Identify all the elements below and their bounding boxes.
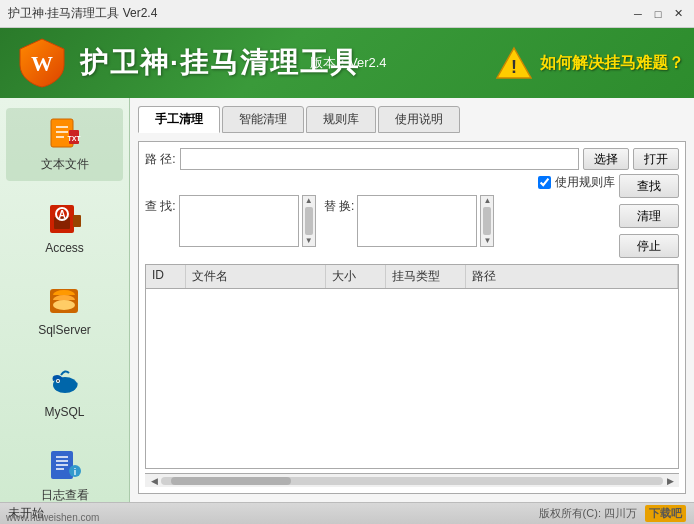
path-label: 路 径: xyxy=(145,151,176,168)
shield-icon: W xyxy=(16,37,68,89)
minimize-button[interactable]: ─ xyxy=(630,6,646,22)
h-scrollbar-thumb[interactable] xyxy=(171,477,291,485)
search-label: 查 找: xyxy=(145,198,176,215)
tab-help[interactable]: 使用说明 xyxy=(378,106,460,133)
status-right: 版权所有(C): 四川万 下载吧 xyxy=(539,505,686,522)
mysql-icon xyxy=(47,365,83,401)
tab-smart[interactable]: 智能清理 xyxy=(222,106,304,133)
svg-text:i: i xyxy=(73,467,76,477)
stop-button[interactable]: 停止 xyxy=(619,234,679,258)
table-col-type: 挂马类型 xyxy=(386,265,466,288)
h-scroll-right[interactable]: ▶ xyxy=(663,476,677,486)
close-button[interactable]: ✕ xyxy=(670,6,686,22)
download-logo: 下载吧 xyxy=(645,505,686,522)
tab-manual[interactable]: 手工清理 xyxy=(138,106,220,133)
sidebar-item-label-mysql: MySQL xyxy=(44,405,84,419)
svg-text:!: ! xyxy=(511,57,517,77)
replace-textarea[interactable] xyxy=(357,195,477,247)
textarea-section: 查 找: ▲ ▼ 替 换: ▲ xyxy=(145,195,615,249)
version-label: 版本： xyxy=(310,55,349,70)
clean-button[interactable]: 清理 xyxy=(619,204,679,228)
search-scroll-up: ▲ xyxy=(305,197,313,205)
sidebar-item-label-sqlserver: SqlServer xyxy=(38,323,91,337)
header-right-area[interactable]: ! 如何解决挂马难题？ xyxy=(496,45,684,81)
table-header: ID 文件名 大小 挂马类型 路径 xyxy=(146,265,678,289)
replace-vscroll[interactable]: ▲ ▼ xyxy=(480,195,494,247)
table-col-filename: 文件名 xyxy=(186,265,326,288)
header-logo-area: W 护卫神·挂马清理工具 xyxy=(16,37,360,89)
sidebar-item-sqlserver[interactable]: SqlServer xyxy=(6,275,123,345)
path-section: 路 径: 选择 打开 xyxy=(145,148,679,170)
svg-text:A: A xyxy=(58,209,65,220)
use-rules-label: 使用规则库 xyxy=(555,174,615,191)
use-rules-checkbox[interactable] xyxy=(538,176,551,189)
h-scrollbar[interactable]: ◀ ▶ xyxy=(145,473,679,487)
tab-rules[interactable]: 规则库 xyxy=(306,106,376,133)
main-layout: TXT 文本文件 A Access xyxy=(0,98,694,502)
search-scroll-down: ▼ xyxy=(305,237,313,245)
header-banner: W 护卫神·挂马清理工具 版本：Ver2.4 ! 如何解决挂马难题？ xyxy=(0,28,694,98)
warning-icon: ! xyxy=(496,45,532,81)
sidebar: TXT 文本文件 A Access xyxy=(0,98,130,502)
file-table: ID 文件名 大小 挂马类型 路径 xyxy=(145,264,679,469)
path-input[interactable] xyxy=(180,148,579,170)
svg-text:W: W xyxy=(31,51,53,76)
window-controls: ─ □ ✕ xyxy=(630,6,686,22)
search-group: 查 找: ▲ ▼ xyxy=(145,195,316,249)
sidebar-item-mysql[interactable]: MySQL xyxy=(6,357,123,427)
table-col-id: ID xyxy=(146,265,186,288)
access-icon: A xyxy=(47,201,83,237)
content-panel: 路 径: 选择 打开 使用规则库 查 找: xyxy=(138,141,686,494)
search-replace-section: 使用规则库 查 找: ▲ ▼ xyxy=(145,174,679,260)
sidebar-item-log[interactable]: i 日志查看 xyxy=(6,439,123,512)
title-bar: 护卫神·挂马清理工具 Ver2.4 ─ □ ✕ xyxy=(0,0,694,28)
content-area: 手工清理 智能清理 规则库 使用说明 路 径: 选择 打开 使用规则库 xyxy=(130,98,694,502)
website-left: www.huweishen.com xyxy=(6,512,99,523)
text-file-icon: TXT xyxy=(47,116,83,152)
copyright-text: 版权所有(C): 四川万 xyxy=(539,506,637,521)
log-icon: i xyxy=(47,447,83,483)
sidebar-item-label-text-file: 文本文件 xyxy=(41,156,89,173)
sqlserver-icon xyxy=(47,283,83,319)
replace-scroll-thumb xyxy=(483,207,491,235)
table-col-path: 路径 xyxy=(466,265,678,288)
search-replace-fields: 使用规则库 查 找: ▲ ▼ xyxy=(145,174,615,260)
action-buttons: 查找 清理 停止 xyxy=(619,174,679,260)
search-vscroll[interactable]: ▲ ▼ xyxy=(302,195,316,247)
maximize-button[interactable]: □ xyxy=(650,6,666,22)
sidebar-item-text-file[interactable]: TXT 文本文件 xyxy=(6,108,123,181)
sidebar-item-label-access: Access xyxy=(45,241,84,255)
svg-point-23 xyxy=(57,380,59,382)
svg-text:TXT: TXT xyxy=(67,135,81,142)
replace-scroll-up: ▲ xyxy=(483,197,491,205)
replace-group: 替 换: ▲ ▼ xyxy=(324,195,495,249)
open-button[interactable]: 打开 xyxy=(633,148,679,170)
find-button[interactable]: 查找 xyxy=(619,174,679,198)
h-scrollbar-track[interactable] xyxy=(161,477,663,485)
table-col-size: 大小 xyxy=(326,265,386,288)
window-title: 护卫神·挂马清理工具 Ver2.4 xyxy=(8,5,157,22)
checkbox-row: 使用规则库 xyxy=(145,174,615,191)
replace-label: 替 换: xyxy=(324,198,355,215)
version-value: Ver2.4 xyxy=(349,55,387,70)
search-scroll-thumb xyxy=(305,207,313,235)
search-textarea[interactable] xyxy=(179,195,299,247)
sidebar-item-access[interactable]: A Access xyxy=(6,193,123,263)
table-body xyxy=(146,289,678,468)
svg-rect-14 xyxy=(73,215,81,227)
tabs-row: 手工清理 智能清理 规则库 使用说明 xyxy=(138,106,686,133)
header-warning-text[interactable]: 如何解决挂马难题？ xyxy=(540,53,684,74)
sidebar-item-label-log: 日志查看 xyxy=(41,487,89,504)
svg-point-20 xyxy=(53,300,75,310)
select-button[interactable]: 选择 xyxy=(583,148,629,170)
header-version: 版本：Ver2.4 xyxy=(310,54,387,72)
h-scroll-left[interactable]: ◀ xyxy=(147,476,161,486)
replace-scroll-down: ▼ xyxy=(483,237,491,245)
